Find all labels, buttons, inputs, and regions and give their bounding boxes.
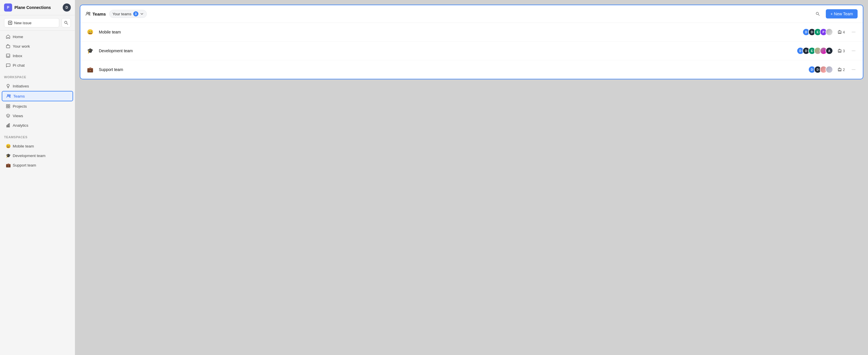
svg-point-21	[89, 12, 90, 13]
lightbulb-icon	[6, 84, 10, 88]
svg-point-10	[9, 95, 10, 96]
development-team-name: Development team	[99, 48, 797, 53]
teams-card: Teams Your teams 3	[80, 5, 863, 79]
sidebar-item-projects[interactable]: Projects	[2, 102, 73, 111]
svg-rect-12	[8, 104, 10, 106]
avatar: A	[826, 47, 833, 55]
inbox-icon	[6, 54, 10, 58]
sidebar-item-analytics[interactable]: Analytics	[2, 121, 73, 130]
svg-rect-5	[6, 45, 10, 48]
layers-icon	[6, 113, 10, 118]
support-team-emoji: 💼	[6, 163, 10, 167]
svg-rect-17	[7, 125, 7, 127]
user-avatar[interactable]: D	[63, 3, 71, 11]
svg-point-3	[65, 21, 67, 24]
sidebar-item-support-team[interactable]: 💼 Support team	[2, 161, 73, 170]
mobile-team-emoji-icon: 😀	[86, 27, 95, 37]
sidebar-item-your-work[interactable]: Your work	[2, 42, 73, 51]
svg-point-22	[816, 12, 818, 15]
teams-search-button[interactable]	[813, 9, 823, 19]
sidebar: P Plane Connections D New issue	[0, 0, 75, 355]
team-row-development[interactable]: 🎓 Development team D D E A	[80, 42, 863, 60]
search-icon	[64, 21, 68, 25]
teams-list: 😀 Mobile team D D E P	[80, 23, 863, 79]
svg-rect-14	[8, 106, 10, 108]
sidebar-item-pi-chat[interactable]: Pi chat	[2, 61, 73, 70]
workspace-nav: Initiatives Teams	[0, 80, 75, 131]
team-row-support[interactable]: 💼 Support team D D	[80, 60, 863, 79]
development-team-meta: D D E A	[797, 47, 858, 55]
svg-rect-11	[6, 104, 8, 106]
workspace-name[interactable]: P Plane Connections	[4, 3, 51, 11]
users-icon	[6, 94, 11, 98]
mobile-team-emoji: 😀	[6, 144, 10, 148]
svg-rect-13	[6, 106, 8, 108]
svg-rect-19	[9, 123, 10, 127]
teamspaces-nav: 😀 Mobile team 🎓 Development team 💼 Suppo…	[0, 140, 75, 171]
teams-heading-icon	[86, 11, 91, 16]
mobile-team-meta: D D E P 4	[802, 28, 858, 36]
search-icon	[815, 11, 820, 16]
mobile-team-avatars: D D E P	[802, 28, 833, 36]
teams-card-header: Teams Your teams 3	[80, 5, 863, 23]
svg-line-4	[67, 23, 68, 25]
building-icon	[838, 68, 842, 72]
development-team-project-count: 3	[838, 49, 845, 53]
sidebar-item-views[interactable]: Views	[2, 111, 73, 120]
support-team-meta: D D 2	[808, 66, 858, 74]
building-icon	[838, 49, 842, 53]
avatar	[826, 28, 833, 36]
filter-count-badge: 3	[133, 11, 138, 16]
svg-point-9	[7, 95, 9, 96]
your-teams-filter[interactable]: Your teams 3	[109, 10, 147, 18]
new-issue-button[interactable]: New issue	[4, 18, 59, 27]
card-header-left: Teams Your teams 3	[86, 10, 147, 18]
sidebar-item-inbox[interactable]: Inbox	[2, 51, 73, 60]
svg-marker-15	[6, 114, 10, 116]
teams-heading: Teams	[86, 11, 106, 16]
development-team-avatars: D D E A	[797, 47, 833, 55]
grid-icon	[6, 104, 10, 109]
briefcase-icon	[6, 44, 10, 48]
mobile-team-more-button[interactable]: ···	[849, 28, 858, 36]
development-team-emoji-icon: 🎓	[86, 46, 95, 56]
sidebar-actions: New issue	[0, 15, 75, 31]
bar-chart-icon	[6, 123, 10, 128]
team-row-mobile[interactable]: 😀 Mobile team D D E P	[80, 23, 863, 42]
support-team-project-count: 2	[838, 68, 845, 72]
sidebar-item-home[interactable]: Home	[2, 32, 73, 41]
sidebar-item-teams[interactable]: Teams	[2, 91, 73, 101]
workspace-avatar: P	[4, 3, 12, 11]
support-team-emoji-icon: 💼	[86, 65, 95, 74]
support-team-name: Support team	[99, 67, 808, 72]
sidebar-header: P Plane Connections D	[0, 0, 75, 15]
sidebar-item-development-team[interactable]: 🎓 Development team	[2, 151, 73, 160]
card-header-right: + New Team	[813, 9, 858, 19]
svg-line-23	[818, 14, 819, 15]
chevron-down-icon	[140, 12, 144, 15]
svg-point-20	[87, 12, 88, 14]
sidebar-search-button[interactable]	[62, 18, 71, 27]
avatar	[826, 66, 833, 73]
support-team-more-button[interactable]: ···	[849, 66, 858, 74]
new-team-button[interactable]: + New Team	[826, 9, 858, 19]
sidebar-item-mobile-team[interactable]: 😀 Mobile team	[2, 141, 73, 151]
teamspaces-section-label: TEAMSPACES	[0, 131, 75, 140]
home-icon	[6, 34, 10, 39]
mobile-team-name: Mobile team	[99, 30, 802, 34]
svg-rect-18	[8, 125, 9, 127]
development-team-more-button[interactable]: ···	[849, 47, 858, 55]
primary-nav: Home Your work Inbox	[0, 31, 75, 71]
sidebar-item-initiatives[interactable]: Initiatives	[2, 81, 73, 91]
mobile-team-project-count: 4	[838, 30, 845, 34]
support-team-avatars: D D	[808, 66, 833, 73]
chat-icon	[6, 63, 10, 68]
edit-icon	[8, 21, 12, 25]
building-icon	[838, 30, 842, 34]
development-team-emoji: 🎓	[6, 153, 10, 158]
workspace-section-label: WORKSPACE	[0, 71, 75, 80]
main-content: Teams Your teams 3	[75, 0, 868, 355]
